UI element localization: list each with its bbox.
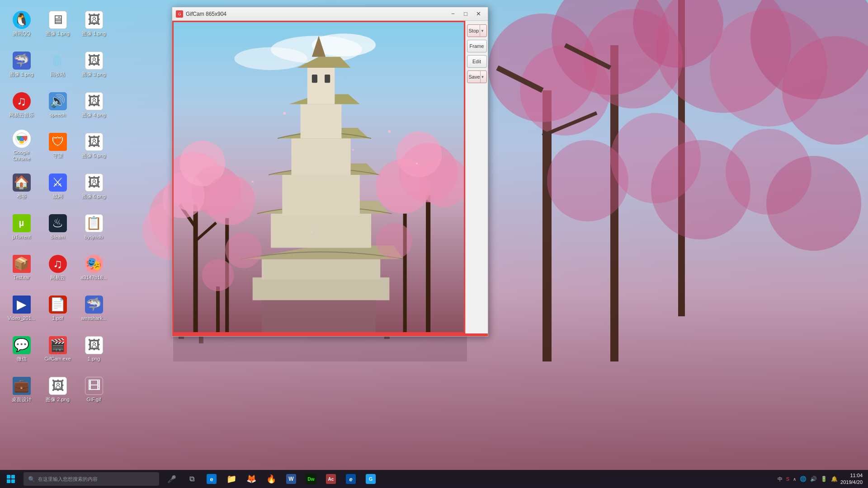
minimize-button[interactable]: − (447, 9, 459, 19)
image4-label: 图像 4.png (82, 112, 106, 118)
folder-icon: 📁 (226, 474, 236, 484)
anime-label: a3147b18... (80, 275, 107, 281)
taskbar-gyazo[interactable]: G (362, 470, 380, 488)
gifcam-title-icon: G (176, 10, 183, 18)
battery-icon[interactable]: 🔋 (821, 476, 827, 482)
desktop-icon-ws2[interactable]: 🦈 wireshark... (77, 289, 111, 328)
wechat-icon: 💬 (13, 336, 31, 354)
svg-point-100 (416, 163, 418, 164)
taskbar-word[interactable]: W (282, 470, 300, 488)
taskbar-ie[interactable]: e (342, 470, 360, 488)
taskbar-explorer[interactable]: 📁 (222, 470, 241, 488)
desktop-icon-image1[interactable]: 🖼 图像 1.png (77, 5, 111, 43)
image3-icon: 🖼 (85, 52, 103, 70)
word-icon: W (286, 474, 296, 484)
desktop-icon-video[interactable]: ▶ Video_201... (5, 289, 38, 328)
taskbar-edge[interactable]: e (203, 470, 221, 488)
wechat-label: 微信 (17, 356, 27, 362)
dreamweaver-icon: Dw (306, 474, 316, 484)
desktop-icon-image5[interactable]: 🖼 图像 5.png (77, 127, 111, 165)
desktop-icon-giffile[interactable]: 🎞 GIF.gif (77, 371, 111, 409)
shield-label: 守望 (53, 153, 63, 159)
svg-point-97 (252, 181, 254, 183)
volume-icon[interactable]: 🔊 (810, 476, 817, 482)
taskbar-taskview[interactable]: ⧉ (183, 470, 201, 488)
desktop-icon-chrome[interactable]: Google Chrome (5, 127, 38, 165)
desktop-icon-image3[interactable]: 🖼 图像 3.png (77, 45, 111, 84)
sys-tray-icons: 中 S ∧ 🌐 🔊 🔋 🔔 (778, 476, 838, 483)
ime-icon[interactable]: 中 (778, 476, 783, 483)
desktop-icon-gifcam[interactable]: 🎬 GifCam.exe (41, 330, 75, 368)
desktop-icon-recycle[interactable]: 🗑 回收站 (41, 45, 75, 84)
desktop-icon-wechat[interactable]: 💬 微信 (5, 330, 38, 368)
chrome-label: Google Chrome (6, 150, 37, 161)
svg-rect-107 (11, 479, 15, 483)
desktop-icon-laptop[interactable]: 🖥 图像 1.png (41, 5, 75, 43)
pdf1-icon: 📄 (49, 296, 67, 314)
svg-point-47 (766, 156, 861, 251)
taskbar-firefox2[interactable]: 🔥 (262, 470, 280, 488)
taskbar-dreamweaver[interactable]: Dw (302, 470, 320, 488)
ime2-icon[interactable]: S (786, 476, 789, 482)
desktop-icon-img1[interactable]: 🖼 1.png (77, 330, 111, 368)
taskbar-firefox[interactable]: 🦊 (242, 470, 260, 488)
gifcam-titlebar-buttons: − □ ✕ (447, 9, 484, 19)
stop-dropdown[interactable]: ▼ (480, 24, 485, 37)
taskbar-access[interactable]: Ac (322, 470, 340, 488)
save-label: Save (469, 74, 480, 80)
system-clock[interactable]: 11:04 2019/4/20 (840, 472, 863, 486)
save-dropdown[interactable]: ▼ (480, 70, 485, 83)
desktop-icon-speech[interactable]: 🔊 speech (41, 86, 75, 124)
recycle-label: 回收站 (50, 71, 65, 77)
desktop-icon-image6[interactable]: 🖼 图像 6.png (77, 167, 111, 206)
stop-button[interactable]: Stop ▼ (467, 24, 487, 37)
frame-button[interactable]: Frame (467, 40, 487, 52)
desktop-icon-netease2[interactable]: ♫ 网易云 (41, 249, 75, 287)
svg-point-61 (234, 47, 307, 70)
qq-label: 腾讯QQ (13, 31, 30, 37)
gifcam-title-text: GifCam 865x904 (186, 11, 447, 17)
network-icon[interactable]: 🌐 (800, 476, 807, 482)
gifcam-label: GifCam.exe (44, 356, 71, 362)
wireshark-icon: 🦈 (13, 52, 31, 70)
frame-label: Frame (470, 43, 484, 49)
desktop-icon-wireshark[interactable]: 🦈 图像 1.png (5, 45, 38, 84)
restore-button[interactable]: □ (460, 9, 472, 19)
image1-label: 图像 1.png (82, 31, 106, 37)
close-button[interactable]: ✕ (472, 9, 484, 19)
gifcam-body: Stop ▼ Frame Edit Save ▼ (172, 21, 488, 333)
desktop-icon-battlenet[interactable]: ⚔ 战网 (41, 167, 75, 206)
anjian-label: 桌面设计 (12, 397, 32, 403)
svg-rect-106 (7, 479, 10, 483)
taskbar: 🔍 在这里输入您想搜索的内容 🎤 ⧉ e 📁 🦊 (0, 470, 868, 488)
gifcam-window: G GifCam 865x904 − □ ✕ (172, 7, 488, 337)
gifcam-titlebar[interactable]: G GifCam 865x904 − □ ✕ (172, 7, 488, 21)
desktop-icon-anjian[interactable]: 💼 桌面设计 (5, 371, 38, 409)
capture-bottom-border (172, 333, 488, 336)
desktop-icon-bysjmdb[interactable]: 📋 bysjmdb (77, 208, 111, 246)
start-button[interactable] (0, 470, 22, 488)
desktop-icon-steam[interactable]: ♨ Steam (41, 208, 75, 246)
desktop-icon-anime[interactable]: 🎭 a3147b18... (77, 249, 111, 287)
desktop-icon-bugu[interactable]: 🏠 布谷 (5, 167, 38, 206)
svg-rect-67 (282, 175, 360, 216)
edit-button[interactable]: Edit (467, 55, 487, 68)
action-center-icon[interactable]: 🔔 (831, 476, 838, 482)
utorrent-icon: µ (13, 214, 31, 232)
chevron-up-icon[interactable]: ∧ (793, 477, 796, 482)
desktop-icon-image4[interactable]: 🖼 图像 4.png (77, 86, 111, 124)
desktop-icon-shield[interactable]: 🛡 守望 (41, 127, 75, 165)
image4-icon: 🖼 (85, 92, 103, 110)
save-button[interactable]: Save ▼ (467, 70, 487, 83)
desktop-icon-qq[interactable]: 🐧 腾讯QQ (5, 5, 38, 43)
desktop-icon-netease[interactable]: ♫ 网易云音乐 (5, 86, 38, 124)
svg-rect-69 (291, 138, 350, 175)
taskbar-cortana[interactable]: 🎤 (163, 470, 181, 488)
desktop-icon-testrar[interactable]: 📦 Test.rar (5, 249, 38, 287)
taskbar-app-icons: 🎤 ⧉ e 📁 🦊 🔥 W (163, 470, 380, 488)
desktop-icon-pdf1[interactable]: 📄 1.pdf (41, 289, 75, 328)
taskbar-search-bar[interactable]: 🔍 在这里输入您想搜索的内容 (24, 472, 159, 486)
stop-label: Stop (469, 28, 479, 33)
desktop-icon-utorrent[interactable]: µ μTorrent (5, 208, 38, 246)
desktop-icon-image2[interactable]: 🖼 图像 2.png (41, 371, 75, 409)
